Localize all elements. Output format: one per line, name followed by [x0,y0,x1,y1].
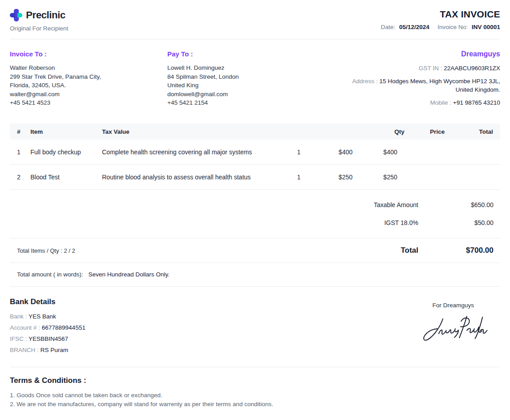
col-header-item: Item [30,128,102,135]
pay-to-block: Pay To : Lowell H. Dominguez 84 Spilman … [167,50,315,111]
col-header-sno: # [17,128,30,135]
preclinic-logo-icon [10,9,22,21]
document-head: TAX INVOICE Date: 05/12/2024 Invoice No:… [381,9,500,30]
row-qty: 1 [281,148,317,156]
col-header-total: Total [445,128,493,135]
items-table: # Item Tax Value Qty Price Total 1 Full … [10,123,500,190]
amount-in-words-value: Seven Hundread Dollars Only. [89,271,170,278]
ifsc-line: IFSC : YESBBIN4567 [10,335,85,342]
invoice-to-block: Invoice To : Walter Roberson 299 Star Tr… [10,50,167,111]
invoice-to-phone: +45 5421 4523 [10,98,167,107]
invoice-date: Date: 05/12/2024 [381,24,429,30]
address-value-1: 15 Hodges Mews, High Wycombe HP12 3JL, [379,78,500,85]
amount-in-words-label: Total amount ( in words): [17,271,83,278]
row-desc: Routine blood analysis to assess overall… [102,174,281,181]
invoice-header: Preclinic Original For Recipient TAX INV… [10,0,500,39]
copy-type-label: Original For Recipient [10,25,68,32]
table-row: 1 Full body checkup Complete health scre… [10,140,500,165]
row-item: Blood Test [30,174,102,181]
row-total: $400 [353,148,397,156]
col-header-qty: Qty [369,128,404,135]
account-number-line: Account # : 6677889944551 [10,324,85,331]
pay-to-heading: Pay To : [167,50,315,58]
bank-name-line: Bank : YES Bank [10,313,85,320]
igst-label: IGST 18.0% [384,219,418,226]
row-total: $250 [353,174,397,181]
seller-mobile: Mobile : +91 98765 43210 [315,98,500,107]
branch-label: BRANCH : [10,347,40,353]
document-title: TAX INVOICE [381,9,500,20]
pay-to-phone: +45 5421 2154 [167,98,315,107]
row-qty: 1 [281,174,317,181]
pay-to-address-2: United King [167,81,315,90]
total-value: $700.00 [418,246,493,255]
ifsc-value: YESBBIN4567 [29,335,68,342]
date-value: 05/12/2024 [399,24,429,30]
col-header-tax-value: Tax Value [102,128,369,135]
brand-block: Preclinic Original For Recipient [10,9,68,32]
table-row: 2 Blood Test Routine blood analysis to a… [10,165,500,190]
bank-value: YES Bank [29,313,56,320]
address-value-2: United Kingdom. [455,86,500,93]
total-row: Total Items / Qty : 2 / 2 Total $700.00 [10,238,500,263]
signature-for-label: For Dreamguys [411,302,496,309]
parties-section: Invoice To : Walter Roberson 299 Star Tr… [10,39,500,123]
invoice-number: Invoice No: INV 00001 [438,24,500,30]
mobile-value: +91 98765 43210 [453,99,500,106]
seller-name: Dreamguys [315,50,500,58]
pay-to-name: Lowell H. Dominguez [167,64,315,72]
terms-item-2: 2. We are not the manufactures, company … [10,400,500,409]
invoice-to-address-2: Florida, 32405, USA. [10,81,167,90]
date-label: Date: [381,24,395,30]
terms-section: Terms & Conditions : 1. Goods Once sold … [10,367,500,415]
invoice-to-email: walter@gmail.com [10,90,167,99]
branch-value: RS Puram [40,347,68,353]
invoice-to-heading: Invoice To : [10,50,167,58]
invoice-to-name: Walter Roberson [10,64,167,72]
ifsc-label: IFSC : [10,335,29,342]
row-price: $400 [317,148,353,156]
address-label: Address : [352,78,379,85]
brand-name: Preclinic [26,9,65,21]
summary-section: Taxable Amount $650.00 IGST 18.0% $50.00… [10,201,500,287]
row-sno: 1 [17,148,30,156]
bank-signature-section: Bank Details Bank : YES Bank Account # :… [10,287,500,367]
invoice-page: Preclinic Original For Recipient TAX INV… [0,0,510,420]
signature-image [415,312,491,344]
mobile-label: Mobile : [430,99,453,106]
signature-block: For Dreamguys [411,297,496,358]
seller-gst: GST IN : 22AABCU9603R1ZX [315,64,500,73]
branch-line: BRANCH : RS Puram [10,347,85,353]
row-sno: 2 [17,174,30,181]
bank-details-heading: Bank Details [10,297,85,306]
bank-label: Bank : [10,313,29,320]
account-label: Account # : [10,324,42,331]
invoice-no-label: Invoice No: [438,24,468,30]
amount-in-words-row: Total amount ( in words): Seven Hundread… [10,263,500,287]
taxable-amount-value: $650.00 [418,201,493,208]
invoice-no-value: INV 00001 [472,24,500,30]
igst-row: IGST 18.0% $50.00 [10,219,500,226]
bank-details-block: Bank Details Bank : YES Bank Account # :… [10,297,85,358]
terms-heading: Terms & Conditions : [10,376,500,385]
terms-item-1: 1. Goods Once sold cannot be taken back … [10,391,500,400]
row-price: $250 [317,174,353,181]
igst-value: $50.00 [418,219,493,226]
taxable-amount-row: Taxable Amount $650.00 [10,201,500,208]
pay-to-address-1: 84 Spilman Street, London [167,72,315,81]
gst-value: 22AABCU9603R1ZX [444,65,500,72]
table-header-row: # Item Tax Value Qty Price Total [10,123,500,140]
seller-address: Address : 15 Hodges Mews, High Wycombe H… [315,77,500,94]
col-header-price: Price [404,128,445,135]
seller-block: Dreamguys GST IN : 22AABCU9603R1ZX Addre… [315,50,500,111]
row-item: Full body checkup [30,148,102,156]
taxable-amount-label: Taxable Amount [374,201,418,208]
total-items-qty: Total Items / Qty : 2 / 2 [17,247,75,254]
account-value: 6677889944551 [42,324,85,331]
row-desc: Complete health screening covering all m… [102,148,281,156]
invoice-to-address-1: 299 Star Trek Drive, Panama City, [10,72,167,81]
total-label: Total [401,246,418,255]
pay-to-email: domlowell@gmail.com [167,90,315,99]
gst-label: GST IN : [419,65,444,72]
